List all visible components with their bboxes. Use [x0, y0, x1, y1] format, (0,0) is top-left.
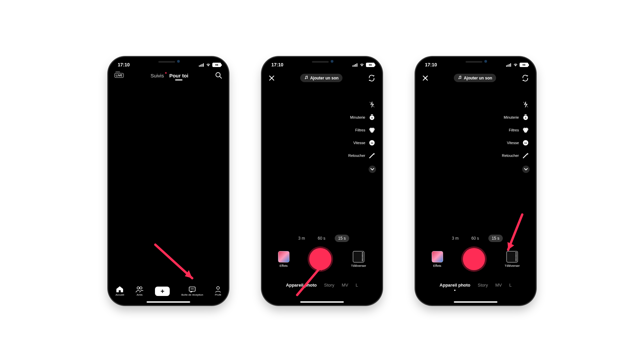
speed-icon: 1x [368, 139, 376, 147]
tab-for-you[interactable]: Pour toi [169, 73, 189, 78]
speed-button[interactable]: Vitesse 1x [353, 139, 376, 147]
status-time: 17:10 [425, 62, 437, 67]
mode-mv[interactable]: MV [342, 283, 348, 288]
nav-friends[interactable]: Amis [136, 286, 144, 296]
timer-button[interactable]: Minuterie 3 [504, 113, 530, 121]
battery-level: 98 [369, 63, 372, 66]
beauty-label: Retoucher [502, 154, 519, 158]
flip-camera-button[interactable] [522, 74, 529, 82]
tab-following[interactable]: Suivis [151, 73, 164, 78]
duration-15s[interactable]: 15 s [488, 235, 503, 242]
close-button[interactable] [422, 75, 428, 81]
svg-rect-37 [510, 63, 511, 67]
mode-camera[interactable]: Appareil photo [440, 283, 471, 288]
svg-line-52 [523, 154, 527, 158]
svg-rect-46 [525, 114, 527, 115]
expand-tools-button[interactable] [369, 166, 376, 173]
filters-icon [522, 126, 530, 134]
nav-friends-label: Amis [137, 293, 143, 296]
svg-point-7 [140, 287, 142, 289]
duration-15s[interactable]: 15 s [335, 235, 349, 242]
svg-point-6 [137, 287, 140, 289]
svg-rect-36 [509, 64, 510, 67]
record-button[interactable] [463, 248, 485, 270]
mode-story[interactable]: Story [324, 283, 334, 288]
home-indicator [147, 301, 190, 303]
filters-button[interactable]: Filtres [509, 126, 530, 134]
home-indicator [300, 301, 344, 303]
speed-button[interactable]: Vitesse 1x [507, 139, 530, 147]
svg-point-28 [370, 129, 374, 133]
timer-icon: 3 [368, 113, 376, 121]
mode-mv[interactable]: MV [495, 283, 502, 288]
beauty-button[interactable]: Retoucher [502, 152, 530, 160]
mode-story[interactable]: Story [478, 283, 488, 288]
mode-camera[interactable]: Appareil photo [286, 283, 317, 288]
svg-point-10 [217, 287, 219, 289]
effects-icon [278, 251, 289, 262]
nav-create[interactable]: + [155, 287, 170, 296]
upload-label: Téléverser [351, 264, 366, 267]
effects-label: Effets [279, 264, 287, 267]
svg-rect-3 [203, 63, 204, 67]
effects-button[interactable]: Effets [278, 251, 289, 267]
status-time: 17:10 [118, 62, 130, 67]
svg-text:3: 3 [525, 117, 526, 119]
filters-label: Filtres [509, 128, 519, 132]
live-icon[interactable]: LIVE [114, 73, 124, 78]
flash-button[interactable] [522, 101, 530, 109]
annotation-arrow-icon [152, 241, 202, 288]
flash-button[interactable] [368, 101, 376, 109]
svg-rect-0 [199, 65, 200, 67]
svg-text:1x: 1x [371, 142, 373, 144]
nav-inbox[interactable]: Boîte de réception [181, 286, 203, 296]
search-icon[interactable] [215, 72, 222, 79]
timer-button[interactable]: Minuterie 3 [350, 113, 376, 121]
wifi-icon [359, 63, 365, 67]
duration-60s[interactable]: 60 s [314, 235, 329, 242]
mode-l[interactable]: L [356, 283, 358, 288]
record-button[interactable] [309, 248, 331, 270]
effects-label: Effets [433, 264, 441, 267]
filters-button[interactable]: Filtres [355, 126, 376, 134]
home-icon [116, 286, 123, 293]
upload-button[interactable]: Téléverser [351, 251, 366, 267]
upload-button[interactable]: Téléverser [505, 251, 520, 267]
beauty-button[interactable]: Retoucher [348, 152, 376, 160]
svg-marker-12 [185, 270, 192, 278]
svg-rect-35 [507, 65, 508, 67]
nav-home-label: Accueil [115, 293, 124, 296]
nav-home[interactable]: Accueil [115, 286, 124, 296]
effects-button[interactable]: Effets [432, 251, 443, 267]
flash-off-icon [522, 101, 530, 109]
svg-rect-15 [355, 64, 356, 67]
svg-line-53 [508, 215, 522, 250]
nav-profile[interactable]: Profil [215, 286, 221, 296]
duration-3m[interactable]: 3 m [295, 235, 308, 242]
close-button[interactable] [269, 75, 275, 81]
phone-camera-upload: 17:10 98 Ajouter un son Minuterie 3 Filt… [416, 57, 536, 305]
notification-dot-icon [165, 72, 167, 74]
upload-icon [506, 251, 518, 262]
add-sound-button[interactable]: Ajouter un son [454, 74, 496, 82]
phone-notch [293, 57, 351, 66]
svg-line-5 [220, 76, 222, 78]
flip-camera-button[interactable] [368, 74, 375, 82]
phone-camera-record: 17:10 98 Ajouter un son Minuterie 3 Filt… [262, 57, 382, 305]
nav-inbox-label: Boîte de réception [181, 293, 203, 296]
timer-label: Minuterie [504, 115, 519, 119]
wifi-icon [513, 63, 518, 67]
nav-profile-label: Profil [215, 293, 221, 296]
expand-tools-button[interactable] [522, 166, 530, 173]
inbox-icon [189, 286, 196, 293]
signal-icon [506, 63, 512, 67]
svg-rect-13 [353, 65, 354, 67]
battery-icon: 98 [520, 63, 528, 67]
duration-3m[interactable]: 3 m [448, 235, 462, 242]
effects-icon [432, 251, 443, 262]
duration-60s[interactable]: 60 s [468, 235, 482, 242]
duration-selector: 3 m 60 s 15 s [262, 235, 382, 242]
add-sound-button[interactable]: Ajouter un son [300, 74, 343, 82]
mode-l[interactable]: L [509, 283, 512, 288]
flash-off-icon [368, 101, 376, 109]
